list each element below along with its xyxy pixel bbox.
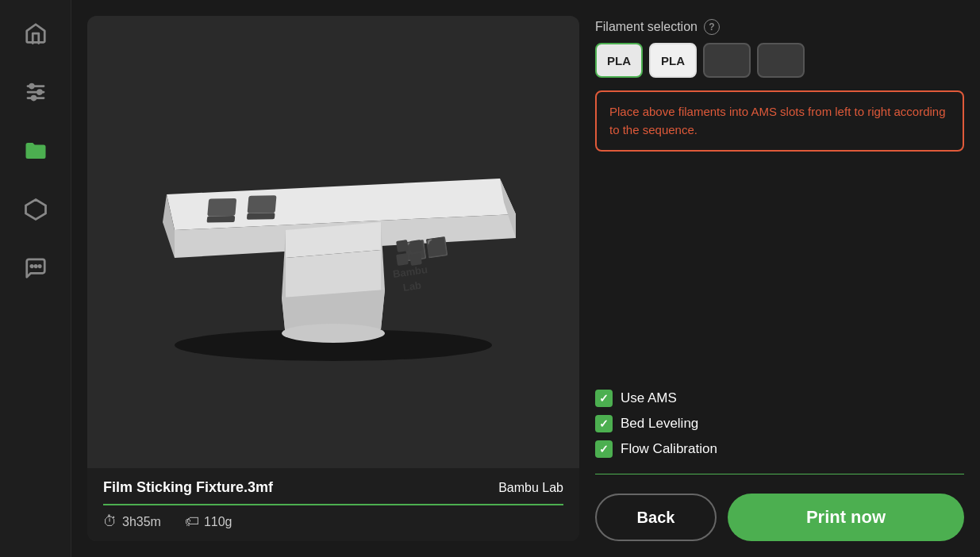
use-ams-checkbox[interactable] xyxy=(595,390,613,407)
model-divider xyxy=(103,504,563,505)
svg-point-9 xyxy=(38,265,40,267)
sidebar-item-messages[interactable] xyxy=(18,251,53,286)
action-buttons: Back Print now xyxy=(595,494,964,541)
weight-icon: 🏷 xyxy=(185,513,199,530)
sidebar xyxy=(0,0,71,557)
filament-slot-2[interactable]: PLA xyxy=(649,43,697,78)
svg-rect-25 xyxy=(247,213,275,220)
main-content: ⬛⬛ Bambu Lab Film Sticking Fixture.3mf B… xyxy=(71,0,980,557)
svg-rect-23 xyxy=(207,216,236,223)
model-svg: ⬛⬛ Bambu Lab xyxy=(111,91,555,393)
filament-slot-4[interactable] xyxy=(757,43,805,78)
svg-point-8 xyxy=(34,265,37,267)
sidebar-item-files[interactable] xyxy=(18,133,53,168)
svg-marker-6 xyxy=(25,200,45,220)
filament-label: Filament selection xyxy=(595,20,698,34)
stat-time: ⏱ 3h35m xyxy=(103,513,161,530)
filament-slot-3[interactable] xyxy=(703,43,751,78)
help-icon[interactable]: ? xyxy=(704,19,720,35)
option-flow-calibration[interactable]: Flow Calibration xyxy=(595,440,964,458)
svg-text:Lab: Lab xyxy=(402,279,422,294)
sidebar-item-parts[interactable] xyxy=(18,192,53,227)
flow-calibration-label: Flow Calibration xyxy=(621,441,717,457)
option-use-ams[interactable]: Use AMS xyxy=(595,390,964,407)
model-preview: ⬛⬛ Bambu Lab xyxy=(87,16,579,468)
svg-point-3 xyxy=(29,84,33,88)
clock-icon: ⏱ xyxy=(103,513,117,530)
svg-point-21 xyxy=(282,324,385,343)
filament-section: Filament selection ? PLA PLA xyxy=(595,19,964,78)
svg-point-7 xyxy=(30,265,33,267)
spacer xyxy=(595,164,964,377)
use-ams-label: Use AMS xyxy=(621,390,677,406)
svg-point-4 xyxy=(37,90,41,94)
model-name: Film Sticking Fixture.3mf xyxy=(103,479,273,496)
left-panel: ⬛⬛ Bambu Lab Film Sticking Fixture.3mf B… xyxy=(87,16,579,541)
stat-time-value: 3h35m xyxy=(122,515,161,529)
warning-text: Place above filaments into AMS slots fro… xyxy=(609,103,950,139)
bed-leveling-label: Bed Leveling xyxy=(621,416,698,432)
model-author: Bambu Lab xyxy=(498,481,563,495)
svg-rect-30 xyxy=(409,240,422,252)
options-divider xyxy=(595,474,964,475)
bed-leveling-checkbox[interactable] xyxy=(595,415,613,432)
back-button[interactable]: Back xyxy=(595,494,717,541)
warning-box: Place above filaments into AMS slots fro… xyxy=(595,90,964,152)
filament-slot-1[interactable]: PLA xyxy=(595,43,643,78)
print-now-button[interactable]: Print now xyxy=(728,494,964,541)
svg-rect-29 xyxy=(396,240,409,252)
model-stats-row: ⏱ 3h35m 🏷 110g xyxy=(103,513,563,530)
stat-weight-value: 110g xyxy=(204,515,233,529)
svg-point-5 xyxy=(32,96,36,100)
svg-rect-31 xyxy=(396,253,409,266)
filament-header: Filament selection ? xyxy=(595,19,964,35)
options-section: Use AMS Bed Leveling Flow Calibration xyxy=(595,390,964,458)
sidebar-item-home[interactable] xyxy=(18,16,53,51)
option-bed-leveling[interactable]: Bed Leveling xyxy=(595,415,964,432)
svg-rect-32 xyxy=(409,253,422,266)
stat-weight: 🏷 110g xyxy=(185,513,233,530)
flow-calibration-checkbox[interactable] xyxy=(595,440,613,458)
model-info-bar: Film Sticking Fixture.3mf Bambu Lab ⏱ 3h… xyxy=(87,468,579,541)
filament-slots: PLA PLA xyxy=(595,43,964,78)
sidebar-item-settings[interactable] xyxy=(18,75,53,109)
svg-rect-24 xyxy=(248,195,277,213)
model-title-row: Film Sticking Fixture.3mf Bambu Lab xyxy=(103,479,563,496)
svg-rect-22 xyxy=(207,198,236,217)
right-panel: Filament selection ? PLA PLA Place above… xyxy=(595,16,964,541)
